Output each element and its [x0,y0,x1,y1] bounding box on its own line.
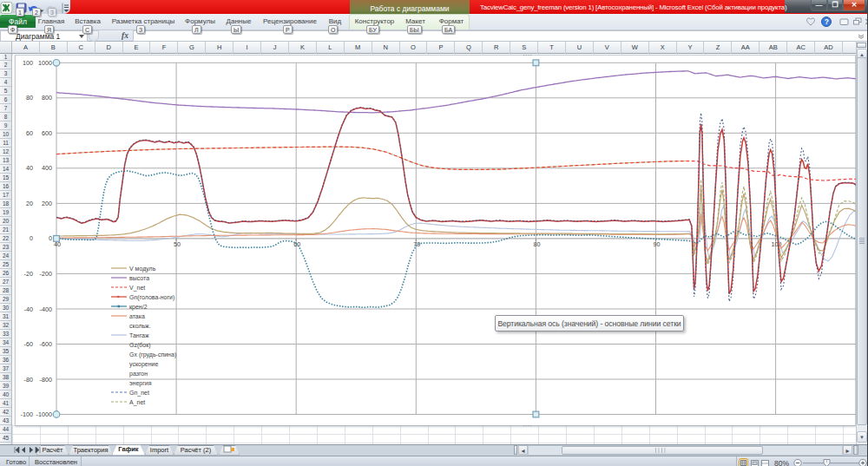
svg-text:V модуль: V модуль [129,266,156,272]
svg-text:600: 600 [42,129,52,137]
svg-text:-100: -100 [21,410,33,418]
svg-text:Тангаж: Тангаж [129,332,149,338]
svg-text:-80: -80 [24,376,33,384]
svg-text:-40: -40 [24,305,33,313]
svg-text:A_net: A_net [129,399,145,406]
svg-text:200: 200 [42,200,52,207]
svg-text:Gn_net: Gn_net [129,390,149,397]
svg-text:-60: -60 [24,340,33,348]
svg-text:100: 100 [23,59,33,67]
svg-text:-800: -800 [40,376,52,384]
svg-text:800: 800 [42,94,52,102]
svg-text:80: 80 [26,94,33,102]
svg-text:ускорение: ускорение [129,361,159,368]
svg-text:Gz(бок): Gz(бок) [129,342,151,349]
svg-text:Gx (грудь-спина): Gx (грудь-спина) [129,351,176,358]
svg-text:-20: -20 [24,270,33,278]
svg-text:V_net: V_net [129,285,145,292]
svg-text:энергия: энергия [129,380,152,387]
svg-text:40: 40 [26,164,33,172]
svg-text:-600: -600 [40,340,52,348]
svg-text:Gn(голова-ноги): Gn(голова-ноги) [129,294,174,301]
svg-text:атака: атака [129,313,145,319]
svg-text:0: 0 [30,234,33,242]
svg-text:20: 20 [26,200,33,207]
svg-text:0: 0 [49,234,52,242]
svg-text:-200: -200 [40,270,52,278]
svg-text:скольж.: скольж. [129,323,151,329]
svg-text:разгон: разгон [129,371,148,377]
svg-text:80: 80 [533,240,540,248]
svg-text:-1000: -1000 [36,410,52,418]
svg-text:крен/2: крен/2 [129,304,148,311]
svg-text:50: 50 [174,240,181,248]
svg-text:400: 400 [42,164,52,172]
svg-text:высота: высота [129,275,149,281]
svg-text:60: 60 [26,129,33,137]
svg-text:90: 90 [654,240,661,248]
svg-text:-400: -400 [40,305,52,313]
svg-text:1000: 1000 [38,59,52,67]
